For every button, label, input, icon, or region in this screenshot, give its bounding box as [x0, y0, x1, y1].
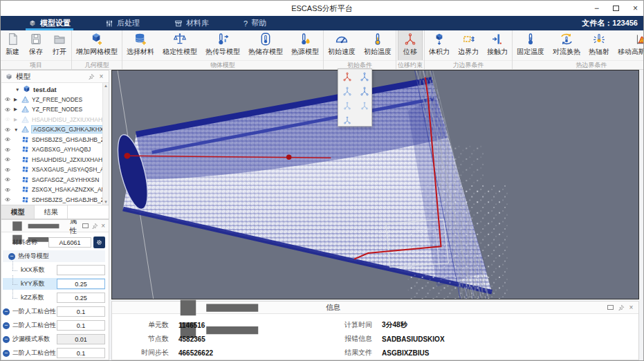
caret-right-icon[interactable]: ▶	[14, 107, 19, 112]
tree-scrollbar[interactable]: ▲▼	[102, 83, 109, 205]
pin-icon[interactable]	[91, 222, 98, 230]
floppy-icon	[28, 32, 44, 46]
viewport-3d[interactable]	[111, 70, 639, 299]
heat-conduction-model-button[interactable]: 热传导模型	[201, 30, 244, 60]
hourglass-coefficient-input[interactable]	[57, 334, 105, 344]
material-settings-button[interactable]	[93, 237, 105, 248]
displacement-option-y[interactable]	[357, 99, 371, 112]
eye-icon[interactable]	[4, 107, 12, 113]
displacement-option-x[interactable]	[340, 113, 354, 127]
close-button[interactable]: ×	[633, 4, 638, 12]
displacement-option-z[interactable]	[340, 99, 354, 112]
collapse-icon[interactable]: −	[3, 308, 10, 315]
tree-item[interactable]: HSAUHDISU_JZXIUXHAHX	[1, 155, 102, 165]
tree-item[interactable]: XAGBSXG_AYHAQBJ	[1, 145, 102, 155]
tree-item[interactable]: ZSXGX_HSAKAZNZXK_AMASX	[1, 185, 102, 195]
close-panel-icon[interactable]: ×	[98, 73, 105, 80]
scroll-up-icon[interactable]: ▲	[104, 84, 108, 88]
caret-down-icon[interactable]: ▼	[14, 127, 19, 132]
float-panel-icon[interactable]	[607, 304, 614, 311]
fixed-temperature-button[interactable]: 固定温度	[513, 30, 549, 60]
tree-item-hidden[interactable]: ▶HSAUHDISU_JZXIUXHAHX	[1, 115, 102, 125]
collapse-icon[interactable]: −	[3, 322, 10, 329]
add-mesh-model-button[interactable]: 增加网格模型	[72, 30, 122, 60]
collapse-icon[interactable]: −	[8, 253, 15, 260]
tree-item[interactable]: ▶YZ_FREE_NODES	[1, 104, 102, 115]
new-button[interactable]: 新建	[1, 30, 24, 60]
pin-icon[interactable]	[617, 304, 625, 311]
scroll-down-icon[interactable]: ▼	[104, 200, 108, 204]
eye-icon[interactable]	[4, 167, 12, 173]
material-name-input[interactable]	[48, 237, 91, 248]
tree-item[interactable]: SDHSBJZS_GHSABJHB_ZAHU	[1, 135, 102, 145]
tab-help[interactable]: ? 帮助	[237, 16, 273, 30]
displacement-option-xyz-red[interactable]	[340, 70, 354, 83]
measure-point-mid[interactable]	[286, 155, 292, 160]
mesh-triangle-icon	[21, 125, 30, 133]
close-panel-icon[interactable]: ×	[101, 222, 105, 230]
thermometer-half-icon	[370, 32, 385, 46]
eye-icon[interactable]	[4, 156, 12, 163]
tab-model[interactable]: 模型	[1, 205, 35, 219]
caret-right-icon[interactable]: ▶	[14, 117, 19, 122]
tree-item-selected[interactable]: ▼AGSGKJKG_GJHKAJKHXA	[1, 124, 102, 135]
displacement-button[interactable]: 位移	[398, 30, 422, 60]
collapse-icon[interactable]: −	[3, 336, 10, 343]
tree-item-root[interactable]: ▼test.dat	[1, 84, 102, 95]
measure-point-start[interactable]	[124, 153, 130, 159]
caret-right-icon[interactable]: ▶	[14, 97, 19, 102]
eye-icon[interactable]	[4, 96, 12, 102]
tab-post-processing[interactable]: 后处理	[98, 16, 147, 30]
eye-icon[interactable]	[4, 187, 12, 193]
result-file-label: 结果文件	[310, 348, 382, 358]
eye-icon[interactable]	[4, 176, 12, 183]
select-material-button[interactable]: 选择材料	[122, 30, 158, 60]
kzz-input[interactable]	[57, 293, 105, 303]
convection-button[interactable]: 对流换热	[549, 30, 585, 60]
tab-model-settings[interactable]: 模型设置	[21, 16, 77, 30]
initial-temperature-button[interactable]: 初始温度	[360, 30, 396, 60]
tree-item[interactable]: SAGFASGZ_ASYHHXSN	[1, 175, 102, 185]
open-button[interactable]: 打开	[48, 30, 71, 60]
squares-icon	[21, 156, 30, 164]
stability-model-button[interactable]: 稳定性模型	[158, 30, 201, 60]
heat-source-model-button[interactable]: 热源模型	[287, 30, 323, 60]
boundary-force-button[interactable]: 边界力	[454, 30, 483, 60]
thermal-radiation-button[interactable]: 热辐射	[585, 30, 614, 60]
tree-item[interactable]: XSAXGAUS_AISYAQSH_ASHX	[1, 165, 102, 175]
help-icon: ?	[243, 19, 248, 28]
eye-icon[interactable]	[4, 196, 12, 203]
heat-conduction-section[interactable]: − 热传导模型	[3, 250, 105, 262]
minimize-button[interactable]: −	[594, 4, 599, 12]
kyy-row: kYY系数	[3, 278, 105, 290]
eye-icon[interactable]	[4, 136, 12, 142]
collapse-icon[interactable]: −	[3, 350, 10, 357]
save-button[interactable]: 保存	[24, 30, 48, 60]
initial-velocity-button[interactable]: 初始速度	[324, 30, 360, 60]
mesh-triangle-icon	[21, 105, 30, 113]
kyy-input[interactable]	[57, 279, 105, 289]
eye-off-icon[interactable]	[4, 116, 12, 122]
tab-results[interactable]: 结果	[35, 205, 68, 219]
displacement-option-xyz-blue[interactable]	[357, 70, 371, 83]
eye-icon[interactable]	[4, 127, 12, 133]
moving-gauss-flux-button[interactable]: 移动高斯热通量	[614, 30, 644, 60]
eye-icon[interactable]	[4, 147, 12, 153]
body-force-button[interactable]: 体积力	[425, 30, 454, 60]
heat-storage-model-button[interactable]: 热储存模型	[244, 30, 287, 60]
first-order-viscosity-input[interactable]	[57, 306, 105, 317]
pin-icon[interactable]	[87, 73, 95, 80]
second-order-viscosity-input-2[interactable]	[57, 348, 105, 358]
tree-item[interactable]: SDHSBJZS_GHSABJHB_ZAHU	[1, 195, 102, 205]
maximize-button[interactable]	[613, 4, 619, 12]
tab-material-library[interactable]: 材料库	[167, 16, 216, 30]
caret-down-icon[interactable]: ▼	[15, 87, 20, 92]
contact-force-button[interactable]: 接触力	[483, 30, 512, 60]
kxx-input[interactable]	[57, 265, 105, 275]
float-panel-icon[interactable]	[82, 222, 89, 230]
displacement-option-xz[interactable]	[357, 84, 371, 98]
displacement-option-xy[interactable]	[340, 84, 354, 98]
second-order-viscosity-input[interactable]	[57, 320, 105, 331]
close-panel-icon[interactable]: ×	[627, 304, 635, 311]
tree-item[interactable]: ▶YZ_FREE_NODES	[1, 95, 102, 105]
